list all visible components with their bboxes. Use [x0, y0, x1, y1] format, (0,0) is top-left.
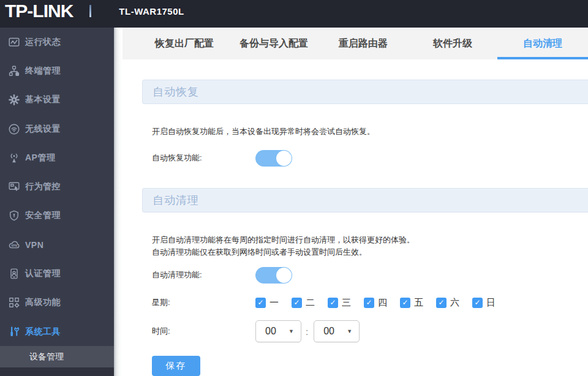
- ap-icon: [7, 151, 21, 165]
- hour-select[interactable]: 00 ▼: [255, 320, 301, 342]
- auto-clean-description-line1: 开启自动清理功能将在每周的指定时间进行自动清理，以获得更好的体验。: [152, 234, 588, 246]
- tab-label: 软件升级: [433, 37, 472, 50]
- sidebar-item-auth-mgmt[interactable]: 认证管理: [0, 259, 114, 288]
- sidebar-item-wireless-settings[interactable]: 无线设置: [0, 115, 114, 143]
- sidebar-item-label: VPN: [25, 240, 43, 250]
- weekday-checkbox-tue[interactable]: 二: [292, 297, 315, 309]
- router-admin-screen: TP-LINK TL-WAR1750L 运行状态: [0, 0, 588, 376]
- auto-clean-description-line2: 自动清理功能仅在获取到网络时间或者手动设置时间后生效。: [152, 246, 588, 258]
- weekday-label: 五: [414, 297, 423, 309]
- weekday-label: 三: [342, 297, 351, 309]
- sidebar-item-ap-mgmt[interactable]: AP管理: [0, 143, 114, 172]
- sidebar-item-advanced-features[interactable]: 高级功能: [0, 288, 114, 317]
- sidebar-item-security-mgmt[interactable]: 安全管理: [0, 201, 114, 230]
- tab-label: 恢复出厂配置: [155, 37, 214, 50]
- sidebar-item-system-tools[interactable]: 系统工具: [0, 317, 114, 346]
- tools-icon: [7, 325, 21, 339]
- vpn-cloud-icon: VPN: [7, 238, 21, 252]
- sidebar-item-label: 终端管理: [25, 66, 61, 77]
- sidebar-item-label: 运行状态: [25, 37, 61, 48]
- tab-bar: 恢复出厂配置 备份与导入配置 重启路由器 软件升级 自动清理: [123, 28, 588, 59]
- weekday-checkbox-mon[interactable]: 一: [255, 297, 279, 309]
- tab-reboot-router[interactable]: 重启路由器: [318, 28, 408, 59]
- chevron-down-icon: ▼: [347, 328, 352, 334]
- active-tab-indicator: [497, 57, 588, 59]
- minute-select[interactable]: 00 ▼: [314, 320, 360, 342]
- sidebar-subitem-label: 设备管理: [29, 352, 64, 363]
- chevron-down-icon: ▼: [288, 328, 294, 334]
- top-header: TP-LINK TL-WAR1750L: [0, 0, 588, 28]
- tab-firmware-upgrade[interactable]: 软件升级: [408, 28, 497, 59]
- section-header-auto-recovery: 自动恢复: [142, 80, 588, 104]
- weekday-row: 星期: 一 二 三 四 五 六: [152, 297, 588, 308]
- sidebar-scrollbar[interactable]: [114, 28, 123, 376]
- tab-factory-reset[interactable]: 恢复出厂配置: [140, 28, 229, 59]
- sidebar-item-terminal-mgmt[interactable]: 终端管理: [0, 56, 114, 85]
- tab-label: 重启路由器: [339, 37, 388, 50]
- tab-auto-clean[interactable]: 自动清理: [497, 28, 588, 59]
- toggle-knob: [276, 268, 292, 283]
- sidebar-item-label: 认证管理: [25, 268, 61, 279]
- weekday-checkbox-fri[interactable]: 五: [400, 297, 423, 309]
- checkbox-checked-icon: [472, 298, 483, 308]
- wifi-icon: [7, 122, 21, 136]
- sidebar-item-behavior-control[interactable]: 行为管控: [0, 172, 114, 201]
- sidebar-item-label: 行为管控: [25, 181, 61, 192]
- sidebar-item-running-status[interactable]: 运行状态: [0, 28, 114, 56]
- hour-value: 00: [265, 326, 276, 337]
- auto-clean-toggle-row: 自动清理功能:: [152, 266, 588, 284]
- auto-clean-toggle-label: 自动清理功能:: [152, 269, 255, 280]
- weekday-row-label: 星期:: [152, 297, 255, 308]
- weekday-label: 一: [270, 297, 279, 309]
- tab-backup-import[interactable]: 备份与导入配置: [229, 28, 318, 59]
- section-title: 自动清理: [153, 193, 199, 208]
- sidebar-item-label: 安全管理: [25, 210, 61, 221]
- behavior-icon: [7, 180, 21, 194]
- toggle-knob: [276, 151, 292, 166]
- auto-recovery-toggle-row: 自动恢复功能:: [152, 149, 588, 167]
- sidebar-footer: [0, 367, 114, 376]
- weekday-checkbox-thu[interactable]: 四: [364, 297, 387, 309]
- gear-icon: [7, 93, 21, 107]
- auto-clean-description: 开启自动清理功能将在每周的指定时间进行自动清理，以获得更好的体验。 自动清理功能…: [152, 234, 588, 258]
- weekday-label: 四: [378, 297, 387, 309]
- tab-label: 自动清理: [523, 37, 562, 50]
- main-content: 恢复出厂配置 备份与导入配置 重启路由器 软件升级 自动清理 自动恢复 开启自动…: [123, 28, 588, 376]
- checkbox-checked-icon: [364, 298, 374, 308]
- checkbox-checked-icon: [292, 298, 302, 308]
- checkbox-checked-icon: [328, 298, 338, 308]
- weekday-label: 日: [486, 297, 496, 309]
- sidebar-item-label: 基本设置: [25, 94, 61, 105]
- tab-label: 备份与导入配置: [239, 37, 308, 50]
- weekday-checkbox-wed[interactable]: 三: [328, 297, 351, 309]
- weekday-checkbox-sun[interactable]: 日: [472, 297, 496, 309]
- logo-divider: [89, 5, 91, 17]
- sidebar-item-label: 高级功能: [25, 297, 61, 308]
- auto-clean-toggle[interactable]: [255, 267, 292, 284]
- sidebar-subitem-device-mgmt[interactable]: 设备管理: [0, 346, 114, 367]
- sidebar-item-label: AP管理: [25, 152, 55, 164]
- auth-icon: [7, 267, 21, 280]
- weekday-label: 六: [450, 297, 459, 309]
- checkbox-checked-icon: [255, 298, 266, 308]
- terminal-icon: [7, 64, 21, 78]
- advanced-icon: [7, 296, 21, 309]
- time-colon-separator: :: [306, 326, 308, 337]
- svg-text:VPN: VPN: [11, 244, 17, 247]
- section-title: 自动恢复: [153, 85, 199, 99]
- sidebar-item-label: 系统工具: [25, 326, 61, 337]
- auto-recovery-toggle-label: 自动恢复功能:: [152, 152, 255, 164]
- sidebar-item-label: 无线设置: [25, 124, 61, 135]
- weekday-checkbox-sat[interactable]: 六: [436, 297, 459, 309]
- section-header-auto-clean: 自动清理: [142, 188, 588, 212]
- sidebar-item-basic-settings[interactable]: 基本设置: [0, 86, 114, 115]
- tplink-logo: TP-LINK: [5, 1, 73, 21]
- auto-recovery-description: 开启自动恢复功能后，当本设备出现异常时将会尝试自动恢复。: [152, 126, 588, 138]
- checkbox-checked-icon: [400, 298, 410, 308]
- time-row-label: 时间:: [152, 326, 255, 337]
- save-button[interactable]: 保存: [152, 356, 200, 376]
- auto-recovery-toggle[interactable]: [255, 150, 292, 167]
- status-icon: [7, 36, 21, 49]
- sidebar-item-vpn[interactable]: VPN VPN: [0, 230, 114, 259]
- weekday-label: 二: [306, 297, 315, 309]
